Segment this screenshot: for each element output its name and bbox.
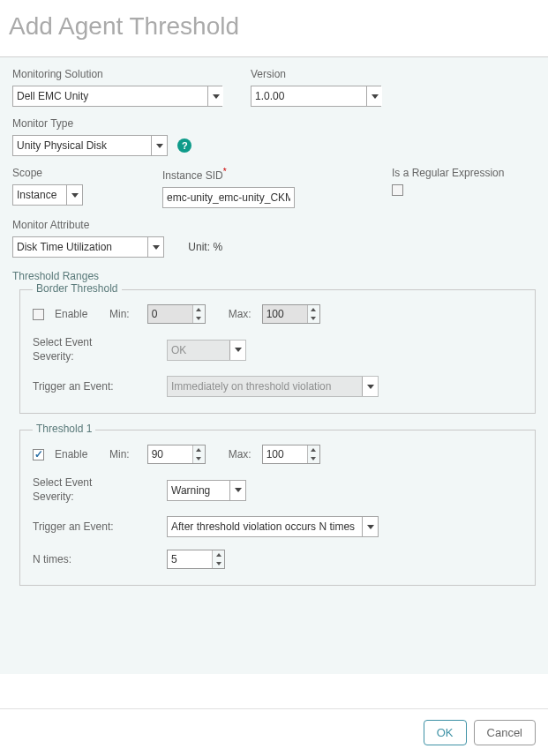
border-min-input[interactable] — [148, 305, 192, 323]
border-enable-label: Enable — [55, 308, 99, 320]
border-severity-select: OK — [167, 340, 246, 361]
main-form-area: Monitoring Solution Dell EMC Unity Versi… — [0, 56, 548, 674]
scope-select[interactable]: Instance — [12, 184, 83, 206]
spinner-up-icon[interactable] — [193, 445, 205, 454]
regex-checkbox[interactable] — [392, 184, 403, 196]
border-trigger-label: Trigger an Event: — [33, 380, 156, 393]
border-enable-checkbox[interactable] — [33, 309, 44, 320]
t1-max-spinner[interactable] — [262, 445, 320, 464]
monitor-attribute-label: Monitor Attribute — [12, 219, 536, 231]
t1-trigger-label: Trigger an Event: — [33, 520, 156, 533]
t1-min-label: Min: — [109, 448, 130, 460]
border-threshold-fieldset: Border Threshold Enable Min: Max: — [19, 289, 536, 414]
t1-max-input[interactable] — [263, 445, 307, 463]
monitor-type-select[interactable]: Unity Physical Disk — [12, 135, 168, 156]
page-title: Add Agent Threshold — [0, 0, 548, 56]
instance-sid-input[interactable] — [162, 187, 295, 208]
ok-button[interactable]: OK — [424, 720, 467, 745]
t1-ntimes-spinner[interactable] — [167, 550, 225, 569]
threshold-ranges-heading: Threshold Ranges — [12, 270, 536, 282]
t1-min-input[interactable] — [148, 445, 192, 463]
border-max-spinner[interactable] — [262, 304, 320, 324]
version-label: Version — [251, 68, 383, 80]
monitoring-solution-select[interactable]: Dell EMC Unity — [12, 86, 222, 107]
border-severity-label: Select Event Severity: — [33, 336, 112, 363]
border-min-spinner[interactable] — [147, 304, 206, 324]
spinner-down-icon[interactable] — [308, 314, 319, 323]
regex-label: Is a Regular Expression — [392, 167, 504, 179]
t1-severity-select[interactable]: Warning — [167, 480, 246, 501]
monitor-attribute-select[interactable]: Disk Time Utilization — [12, 236, 164, 258]
t1-ntimes-input[interactable] — [168, 550, 212, 568]
cancel-button[interactable]: Cancel — [474, 720, 536, 745]
required-mark-icon: * — [223, 167, 227, 176]
border-max-label: Max: — [229, 308, 251, 320]
spinner-down-icon[interactable] — [308, 454, 319, 463]
spinner-down-icon[interactable] — [193, 454, 205, 463]
instance-sid-label: Instance SID* — [162, 167, 312, 182]
help-icon[interactable]: ? — [177, 138, 191, 153]
monitor-type-label: Monitor Type — [12, 117, 536, 130]
threshold-1-legend: Threshold 1 — [33, 423, 95, 435]
button-bar: OK Cancel — [0, 708, 548, 756]
t1-ntimes-label: N times: — [33, 553, 156, 565]
unit-label: Unit: % — [188, 236, 222, 258]
spinner-up-icon[interactable] — [308, 305, 319, 314]
t1-min-spinner[interactable] — [147, 445, 206, 464]
border-trigger-select: Immediately on threshold violation — [167, 376, 379, 397]
border-min-label: Min: — [109, 308, 130, 320]
border-threshold-legend: Border Threshold — [33, 282, 122, 295]
t1-severity-label: Select Event Severity: — [33, 476, 112, 504]
spinner-down-icon[interactable] — [193, 314, 205, 323]
spinner-up-icon[interactable] — [213, 550, 224, 559]
spinner-up-icon[interactable] — [193, 305, 205, 314]
threshold-1-fieldset: Threshold 1 Enable Min: Max: — [19, 430, 536, 586]
t1-trigger-select[interactable]: After threshold violation occurs N times — [167, 516, 379, 537]
spinner-down-icon[interactable] — [213, 559, 224, 568]
spinner-up-icon[interactable] — [308, 445, 319, 454]
version-select[interactable]: 1.0.00 — [251, 86, 381, 107]
t1-enable-checkbox[interactable] — [33, 449, 44, 460]
t1-max-label: Max: — [229, 448, 251, 460]
scope-label: Scope — [12, 167, 136, 179]
monitoring-solution-label: Monitoring Solution — [12, 68, 224, 80]
t1-enable-label: Enable — [55, 448, 99, 460]
border-max-input[interactable] — [263, 305, 307, 323]
